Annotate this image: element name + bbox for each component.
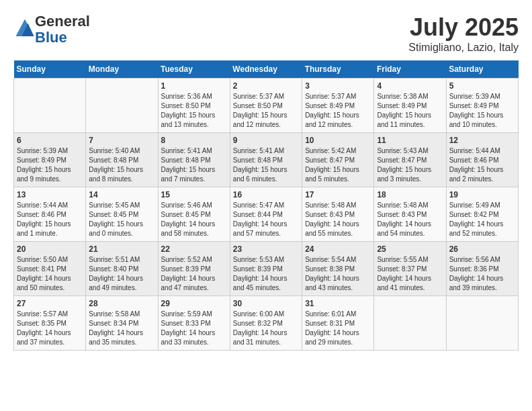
calendar-week-1: 1Sunrise: 5:36 AM Sunset: 8:50 PM Daylig… [14, 79, 519, 133]
day-number: 15 [161, 190, 227, 199]
weekday-header-saturday: Saturday [446, 60, 518, 79]
calendar-cell [14, 79, 86, 133]
logo-general: General [35, 13, 90, 30]
day-info: Sunrise: 5:50 AM Sunset: 8:41 PM Dayligh… [17, 255, 83, 293]
day-info: Sunrise: 5:47 AM Sunset: 8:44 PM Dayligh… [233, 201, 299, 238]
day-info: Sunrise: 5:41 AM Sunset: 8:48 PM Dayligh… [161, 146, 227, 184]
calendar-cell: 26Sunrise: 5:56 AM Sunset: 8:36 PM Dayli… [446, 242, 518, 296]
day-number: 30 [233, 299, 299, 308]
calendar-cell: 31Sunrise: 6:01 AM Sunset: 8:31 PM Dayli… [302, 296, 374, 351]
day-number: 25 [377, 244, 443, 254]
day-number: 5 [449, 81, 515, 91]
day-info: Sunrise: 5:48 AM Sunset: 8:43 PM Dayligh… [377, 201, 443, 238]
calendar-cell: 2Sunrise: 5:37 AM Sunset: 8:50 PM Daylig… [230, 79, 302, 133]
day-number: 12 [449, 136, 515, 145]
calendar-cell: 20Sunrise: 5:50 AM Sunset: 8:41 PM Dayli… [14, 242, 86, 296]
day-number: 9 [233, 136, 299, 145]
calendar-cell: 9Sunrise: 5:41 AM Sunset: 8:48 PM Daylig… [230, 133, 302, 187]
day-number: 16 [233, 190, 299, 199]
month-title: July 2025 [408, 13, 519, 42]
weekday-header-sunday: Sunday [14, 60, 86, 79]
day-info: Sunrise: 5:49 AM Sunset: 8:42 PM Dayligh… [449, 201, 515, 238]
day-info: Sunrise: 5:42 AM Sunset: 8:47 PM Dayligh… [305, 146, 371, 184]
calendar-cell [446, 296, 518, 351]
day-number: 26 [449, 244, 515, 254]
day-info: Sunrise: 5:37 AM Sunset: 8:50 PM Dayligh… [233, 92, 299, 130]
day-info: Sunrise: 5:55 AM Sunset: 8:37 PM Dayligh… [377, 255, 443, 293]
weekday-header-wednesday: Wednesday [230, 60, 302, 79]
calendar-cell: 17Sunrise: 5:48 AM Sunset: 8:43 PM Dayli… [302, 187, 374, 242]
day-info: Sunrise: 5:48 AM Sunset: 8:43 PM Dayligh… [305, 201, 371, 238]
calendar-cell: 12Sunrise: 5:44 AM Sunset: 8:46 PM Dayli… [446, 133, 518, 187]
weekday-header-friday: Friday [374, 60, 446, 79]
calendar-cell: 10Sunrise: 5:42 AM Sunset: 8:47 PM Dayli… [302, 133, 374, 187]
day-info: Sunrise: 5:45 AM Sunset: 8:45 PM Dayligh… [89, 201, 154, 238]
day-info: Sunrise: 5:57 AM Sunset: 8:35 PM Dayligh… [17, 310, 83, 347]
day-number: 21 [89, 244, 154, 254]
logo-text: General Blue [35, 13, 90, 46]
calendar-cell: 3Sunrise: 5:37 AM Sunset: 8:49 PM Daylig… [302, 79, 374, 133]
day-info: Sunrise: 5:46 AM Sunset: 8:45 PM Dayligh… [161, 201, 227, 238]
calendar-cell: 22Sunrise: 5:52 AM Sunset: 8:39 PM Dayli… [158, 242, 230, 296]
day-info: Sunrise: 5:56 AM Sunset: 8:36 PM Dayligh… [449, 255, 515, 293]
calendar-cell: 8Sunrise: 5:41 AM Sunset: 8:48 PM Daylig… [158, 133, 230, 187]
calendar-cell: 13Sunrise: 5:44 AM Sunset: 8:46 PM Dayli… [14, 187, 86, 242]
day-info: Sunrise: 5:41 AM Sunset: 8:48 PM Dayligh… [233, 146, 299, 184]
calendar-cell: 18Sunrise: 5:48 AM Sunset: 8:43 PM Dayli… [374, 187, 446, 242]
calendar-body: 1Sunrise: 5:36 AM Sunset: 8:50 PM Daylig… [14, 79, 519, 351]
day-info: Sunrise: 5:52 AM Sunset: 8:39 PM Dayligh… [161, 255, 227, 293]
calendar-cell: 29Sunrise: 5:59 AM Sunset: 8:33 PM Dayli… [158, 296, 230, 351]
weekday-header-thursday: Thursday [302, 60, 374, 79]
calendar-cell: 11Sunrise: 5:43 AM Sunset: 8:47 PM Dayli… [374, 133, 446, 187]
page-header: General Blue July 2025 Stimigliano, Lazi… [13, 13, 519, 54]
logo-icon [15, 18, 35, 38]
weekday-header-row: SundayMondayTuesdayWednesdayThursdayFrid… [14, 60, 519, 79]
day-number: 7 [89, 136, 154, 145]
calendar-cell: 24Sunrise: 5:54 AM Sunset: 8:38 PM Dayli… [302, 242, 374, 296]
day-number: 1 [161, 81, 227, 91]
day-number: 23 [233, 244, 299, 254]
calendar-cell: 16Sunrise: 5:47 AM Sunset: 8:44 PM Dayli… [230, 187, 302, 242]
day-number: 14 [89, 190, 154, 199]
day-info: Sunrise: 5:39 AM Sunset: 8:49 PM Dayligh… [17, 146, 83, 184]
day-number: 11 [377, 136, 443, 145]
calendar-table: SundayMondayTuesdayWednesdayThursdayFrid… [13, 60, 519, 351]
day-info: Sunrise: 6:01 AM Sunset: 8:31 PM Dayligh… [305, 310, 371, 347]
day-number: 4 [377, 81, 443, 91]
day-info: Sunrise: 5:38 AM Sunset: 8:49 PM Dayligh… [377, 92, 443, 130]
day-number: 24 [305, 244, 371, 254]
day-info: Sunrise: 5:43 AM Sunset: 8:47 PM Dayligh… [377, 146, 443, 184]
calendar-cell: 14Sunrise: 5:45 AM Sunset: 8:45 PM Dayli… [86, 187, 158, 242]
calendar-cell [374, 296, 446, 351]
calendar-cell: 28Sunrise: 5:58 AM Sunset: 8:34 PM Dayli… [86, 296, 158, 351]
calendar-week-5: 27Sunrise: 5:57 AM Sunset: 8:35 PM Dayli… [14, 296, 519, 351]
calendar-cell: 5Sunrise: 5:39 AM Sunset: 8:49 PM Daylig… [446, 79, 518, 133]
day-number: 8 [161, 136, 227, 145]
day-number: 10 [305, 136, 371, 145]
day-number: 13 [17, 190, 83, 199]
day-number: 20 [17, 244, 83, 254]
calendar-cell [86, 79, 158, 133]
calendar-cell: 19Sunrise: 5:49 AM Sunset: 8:42 PM Dayli… [446, 187, 518, 242]
calendar-cell: 7Sunrise: 5:40 AM Sunset: 8:48 PM Daylig… [86, 133, 158, 187]
day-info: Sunrise: 5:58 AM Sunset: 8:34 PM Dayligh… [89, 310, 154, 347]
location-title: Stimigliano, Lazio, Italy [408, 42, 519, 54]
calendar-cell: 6Sunrise: 5:39 AM Sunset: 8:49 PM Daylig… [14, 133, 86, 187]
calendar-cell: 1Sunrise: 5:36 AM Sunset: 8:50 PM Daylig… [158, 79, 230, 133]
calendar-cell: 4Sunrise: 5:38 AM Sunset: 8:49 PM Daylig… [374, 79, 446, 133]
day-number: 27 [17, 299, 83, 308]
day-info: Sunrise: 5:39 AM Sunset: 8:49 PM Dayligh… [449, 92, 515, 130]
day-info: Sunrise: 5:51 AM Sunset: 8:40 PM Dayligh… [89, 255, 154, 293]
day-number: 3 [305, 81, 371, 91]
day-info: Sunrise: 5:44 AM Sunset: 8:46 PM Dayligh… [17, 201, 83, 238]
weekday-header-tuesday: Tuesday [158, 60, 230, 79]
title-block: July 2025 Stimigliano, Lazio, Italy [408, 13, 519, 54]
day-info: Sunrise: 6:00 AM Sunset: 8:32 PM Dayligh… [233, 310, 299, 347]
logo: General Blue [13, 13, 90, 46]
logo-blue: Blue [35, 29, 67, 46]
day-number: 31 [305, 299, 371, 308]
calendar-cell: 21Sunrise: 5:51 AM Sunset: 8:40 PM Dayli… [86, 242, 158, 296]
calendar-week-3: 13Sunrise: 5:44 AM Sunset: 8:46 PM Dayli… [14, 187, 519, 242]
day-info: Sunrise: 5:44 AM Sunset: 8:46 PM Dayligh… [449, 146, 515, 184]
day-number: 28 [89, 299, 154, 308]
